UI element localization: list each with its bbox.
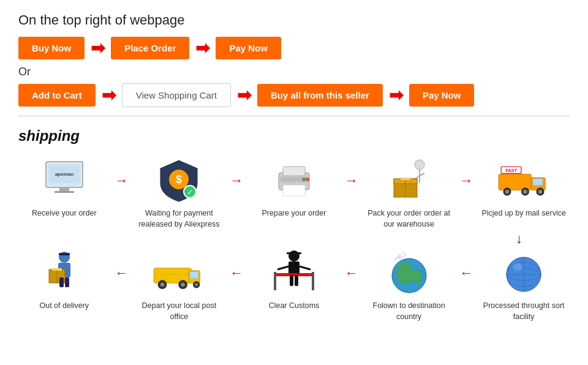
left-arrow-4: ← [454, 248, 478, 281]
svg-text:$: $ [176, 173, 182, 186]
add-to-cart-flow: Add to Cart ➡ View Shopping Cart ➡ Buy a… [18, 83, 570, 107]
step-customs: Clear Customs [248, 248, 340, 312]
step-pickup: FAST Picjed up by mail service [478, 156, 570, 219]
step-sort-label: Processed throught sort facility [481, 301, 567, 322]
step-pack-label: Pack your order order at our warehouse [366, 208, 452, 230]
out-delivery-icon [37, 248, 92, 297]
prepare-icon [266, 156, 322, 205]
svg-point-31 [523, 189, 527, 194]
svg-rect-63 [295, 275, 298, 286]
svg-rect-27 [533, 178, 543, 185]
h-arrow-2: → [225, 156, 248, 189]
shipping-process: apeman apeman Receive your order → [18, 156, 570, 322]
svg-point-76 [513, 263, 522, 271]
arrow4: ➡ [237, 85, 251, 105]
h-arrow-3: → [340, 156, 363, 189]
customs-icon [266, 248, 322, 297]
arrow3: ➡ [102, 85, 116, 105]
svg-rect-56 [288, 262, 300, 275]
process-row-1: apeman apeman Receive your order → [18, 156, 570, 230]
step-depart-post-label: Depart your local post office [136, 301, 222, 322]
step-prepare-label: Prepare your order [262, 208, 326, 219]
svg-rect-25 [499, 174, 531, 190]
svg-rect-60 [274, 272, 276, 290]
svg-rect-62 [290, 275, 293, 286]
svg-point-33 [538, 189, 543, 194]
step-depart-post: Depart your local post office [134, 248, 225, 322]
svg-rect-41 [52, 268, 62, 271]
svg-point-66 [412, 269, 422, 284]
svg-point-15 [302, 178, 306, 181]
step-payment: $ ✓ Waiting for payment realeased by Ali… [134, 156, 225, 230]
section-divider [18, 116, 570, 116]
svg-text:FAST: FAST [505, 168, 517, 173]
shipping-heading: shipping [18, 127, 570, 145]
view-shopping-cart-button[interactable]: View Shopping Cart [122, 83, 231, 107]
svg-text:✓: ✓ [187, 188, 193, 197]
h-arrow-1: → [110, 156, 134, 189]
svg-rect-42 [59, 277, 64, 287]
buy-now-button[interactable]: Buy Now [18, 37, 85, 59]
h-arrow-4: → [454, 156, 478, 189]
destination-icon [382, 248, 437, 297]
svg-rect-37 [59, 253, 70, 255]
step-out-delivery-label: Out of delivery [40, 301, 89, 312]
svg-line-57 [277, 266, 288, 269]
buy-all-button[interactable]: Buy all from this seller [257, 84, 383, 107]
arrow5: ➡ [389, 85, 403, 105]
svg-line-20 [420, 173, 424, 176]
svg-point-54 [288, 250, 300, 262]
svg-point-48 [160, 282, 165, 287]
pay-now-button-2[interactable]: Pay Now [409, 84, 475, 107]
step-prepare: Prepare your order [248, 156, 340, 219]
v-arrow-container: ↓ [18, 231, 570, 247]
left-arrow-2: ← [225, 248, 248, 281]
svg-point-65 [396, 262, 413, 284]
pay-now-button-1[interactable]: Pay Now [216, 37, 281, 59]
svg-rect-12 [283, 167, 305, 176]
svg-point-52 [195, 283, 198, 286]
svg-rect-3 [59, 187, 69, 191]
process-row-2: Out of delivery ← [18, 248, 570, 322]
svg-line-58 [300, 266, 311, 269]
svg-rect-55 [287, 252, 301, 254]
step-destination-label: Folown to destination country [366, 301, 452, 322]
add-to-cart-button[interactable]: Add to Cart [18, 84, 96, 107]
svg-rect-4 [55, 191, 74, 193]
svg-rect-43 [65, 277, 69, 287]
arrow1: ➡ [91, 38, 105, 58]
v-arrow-down: ↓ [516, 231, 522, 247]
step-payment-label: Waiting for payment realeased by Aliexpr… [136, 208, 222, 230]
svg-rect-13 [283, 185, 305, 196]
page-title: On the top right of webpage [18, 12, 570, 28]
step-out-delivery: Out of delivery [18, 248, 110, 312]
svg-point-29 [505, 189, 510, 194]
left-arrow-3: ← [340, 248, 363, 281]
step-destination: Folown to destination country [363, 248, 455, 322]
svg-point-16 [306, 178, 309, 181]
left-arrow-1: ← [110, 248, 134, 281]
buy-now-flow: Buy Now ➡ Place Order ➡ Pay Now [18, 37, 570, 59]
svg-rect-59 [274, 273, 314, 276]
svg-point-17 [415, 160, 424, 170]
svg-rect-61 [312, 272, 314, 290]
arrow2: ➡ [195, 38, 209, 58]
svg-rect-24 [401, 178, 410, 180]
step-pack: Pack your order order at our warehouse [363, 156, 455, 230]
pack-icon [382, 156, 437, 205]
or-label: Or [18, 66, 570, 78]
depart-post-icon [151, 248, 206, 297]
receive-order-icon: apeman apeman [37, 156, 92, 205]
sort-icon [496, 248, 551, 297]
payment-icon: $ ✓ [151, 156, 206, 205]
step-receive-order-label: Receive your order [32, 208, 97, 219]
step-pickup-label: Picjed up by mail service [481, 208, 566, 219]
svg-text:apeman: apeman [55, 171, 74, 177]
svg-rect-44 [154, 268, 191, 283]
step-sort: Processed throught sort facility [478, 248, 570, 322]
pickup-icon: FAST [496, 156, 551, 205]
svg-rect-46 [190, 271, 198, 278]
svg-point-50 [181, 282, 186, 287]
step-receive-order: apeman apeman Receive your order [18, 156, 110, 219]
place-order-button[interactable]: Place Order [111, 37, 189, 59]
